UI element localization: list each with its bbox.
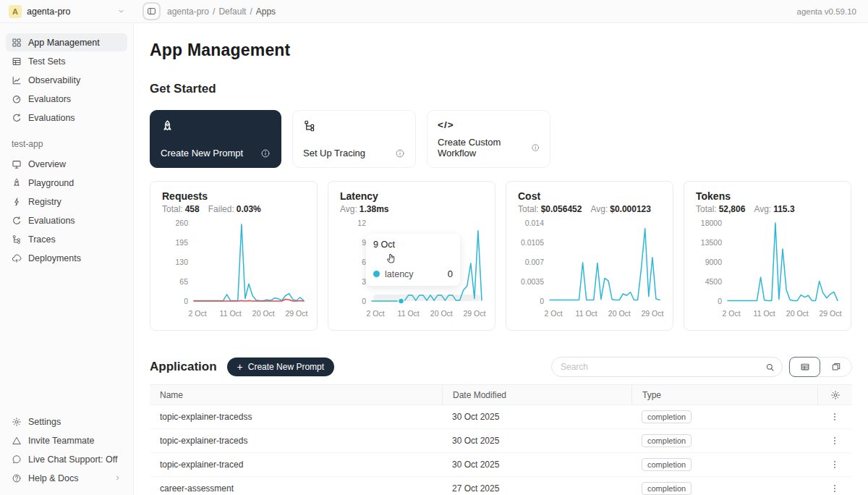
column-header-date-modified[interactable]: Date Modified: [442, 385, 631, 405]
card-view-button[interactable]: [820, 357, 851, 377]
column-header-name[interactable]: Name: [150, 385, 442, 405]
chart-title: Latency: [340, 190, 483, 202]
sidebar-item-label: Observability: [28, 75, 80, 85]
x-axis-tick: 2 Oct: [367, 309, 385, 318]
chevron-right-icon: [114, 474, 122, 482]
y-axis-tick: 0: [362, 297, 366, 305]
breadcrumb-apps[interactable]: Apps: [256, 7, 276, 17]
chart-stat: Total:$0.056452: [518, 204, 582, 214]
search-input[interactable]: [561, 362, 765, 372]
page-title: App Management: [150, 41, 852, 60]
table-row[interactable]: career-assessment 27 Oct 2025 completion: [150, 477, 852, 495]
sidebar-item-label: Deployments: [28, 253, 81, 263]
info-icon[interactable]: [531, 143, 540, 153]
sidebar-item-observability[interactable]: Observability: [6, 71, 127, 89]
sidebar-item-deployments[interactable]: Deployments: [6, 249, 127, 267]
get-started-cards: Create New Prompt Set Up Tracing </> Cre…: [150, 110, 852, 168]
y-axis-tick: 260: [175, 219, 188, 227]
chart-tooltip: 9 Oct latency 0: [366, 234, 460, 286]
y-axis-tick: 0: [718, 297, 722, 305]
tokens-chart-card: Tokens Total:52,806Avg:115.3 04500900013…: [684, 181, 851, 331]
row-actions-icon[interactable]: [830, 436, 840, 446]
chart-stat: Failed:0.03%: [208, 204, 261, 214]
rocket-icon: [12, 178, 22, 188]
create-new-prompt-card[interactable]: Create New Prompt: [150, 110, 281, 168]
type-badge: completion: [642, 434, 692, 447]
metrics-charts-row: Requests Total:458Failed:0.03% 065130195…: [150, 181, 852, 331]
series-dot-icon: [373, 271, 380, 277]
table-view-button[interactable]: [789, 357, 820, 377]
cloud-icon: [12, 253, 22, 263]
sidebar-item-label: Test Sets: [28, 56, 65, 67]
create-new-prompt-button[interactable]: + Create New Prompt: [227, 358, 335, 376]
sidebar-section-test-app: test-app: [12, 139, 127, 149]
table-icon: [12, 56, 22, 67]
row-actions-icon[interactable]: [830, 412, 840, 422]
breadcrumb-separator: /: [250, 7, 252, 17]
rocket-icon: [161, 119, 174, 133]
create-custom-workflow-card[interactable]: </> Create Custom Workflow: [427, 110, 550, 168]
search-icon[interactable]: [765, 363, 775, 372]
table-row[interactable]: topic-explainer-traceds 30 Oct 2025 comp…: [150, 429, 852, 453]
y-axis-tick: 130: [175, 258, 188, 266]
get-started-title: Get Started: [150, 82, 852, 96]
tooltip-series-label: latency: [385, 269, 414, 279]
x-axis-tick: 11 Oct: [754, 309, 775, 318]
table-view-icon: [800, 362, 810, 372]
grid-icon: [12, 38, 22, 48]
info-icon[interactable]: [260, 148, 271, 158]
sidebar-item-app-evaluations[interactable]: Evaluations: [6, 211, 127, 229]
workspace-selector[interactable]: A agenta-pro: [0, 5, 134, 18]
sidebar-item-overview[interactable]: Overview: [6, 155, 127, 173]
chart-stat: Total:458: [162, 204, 200, 214]
breadcrumb-workspace[interactable]: agenta-pro: [167, 7, 209, 17]
type-badge: completion: [642, 458, 692, 471]
sidebar-toggle-button[interactable]: [142, 2, 161, 20]
y-axis-tick: 4500: [705, 277, 723, 286]
requests-line-chart: 0651301952602 Oct11 Oct20 Oct29 Oct: [162, 217, 307, 323]
chart-stats: Avg:1.38ms: [340, 204, 483, 214]
chart-title: Requests: [162, 190, 305, 202]
sidebar-item-label: Live Chat Support: Off: [28, 454, 117, 465]
y-axis-tick: 0.014: [525, 219, 544, 227]
chart-stats: Total:$0.056452Avg:$0.000123: [518, 204, 661, 214]
y-axis-tick: 0.007: [525, 258, 544, 266]
sidebar-item-playground[interactable]: Playground: [6, 174, 127, 192]
row-actions-icon[interactable]: [830, 483, 840, 494]
x-axis-tick: 29 Oct: [641, 309, 663, 318]
sidebar-item-live-chat-support[interactable]: Live Chat Support: Off: [6, 450, 127, 468]
column-header-type[interactable]: Type: [631, 385, 817, 405]
sidebar-item-evaluations[interactable]: Evaluations: [6, 109, 127, 127]
hand-cursor-icon: [385, 253, 397, 265]
table-row[interactable]: topic-explainer-tracedss 30 Oct 2025 com…: [150, 405, 852, 429]
sidebar-item-help-docs[interactable]: Help & Docs: [6, 469, 127, 487]
sidebar-item-registry[interactable]: Registry: [6, 192, 127, 211]
app-name: topic-explainer-tracedss: [150, 412, 442, 422]
sidebar-item-traces[interactable]: Traces: [6, 230, 127, 248]
workspace-avatar: A: [9, 5, 22, 18]
x-axis-tick: 20 Oct: [430, 309, 453, 318]
sidebar-item-app-management[interactable]: App Management: [6, 33, 127, 51]
breadcrumb-separator: /: [213, 7, 215, 17]
row-actions-icon[interactable]: [830, 460, 840, 470]
sidebar-item-test-sets[interactable]: Test Sets: [6, 52, 127, 70]
sidebar-item-invite-teammate[interactable]: Invite Teammate: [6, 431, 127, 449]
card-view-icon: [831, 362, 841, 372]
table-row[interactable]: topic-explainer-traced 30 Oct 2025 compl…: [150, 453, 852, 477]
x-axis-tick: 29 Oct: [285, 309, 307, 318]
x-axis-tick: 29 Oct: [819, 309, 841, 318]
info-icon[interactable]: [395, 148, 405, 158]
breadcrumb-project[interactable]: Default: [218, 7, 246, 17]
sidebar-item-settings[interactable]: Settings: [6, 412, 127, 431]
main-content: App Management Get Started Create New Pr…: [134, 23, 868, 495]
gear-icon[interactable]: [830, 390, 841, 400]
type-badge: completion: [642, 482, 692, 495]
refresh-icon: [12, 216, 22, 226]
y-axis-tick: 9000: [705, 258, 723, 266]
date-modified: 30 Oct 2025: [442, 436, 631, 446]
set-up-tracing-card[interactable]: Set Up Tracing: [292, 110, 416, 168]
sidebar-item-evaluators[interactable]: Evaluators: [6, 90, 127, 108]
help-icon: [12, 473, 22, 483]
sidebar-item-label: Evaluators: [28, 94, 71, 104]
y-axis-tick: 18000: [701, 219, 722, 227]
